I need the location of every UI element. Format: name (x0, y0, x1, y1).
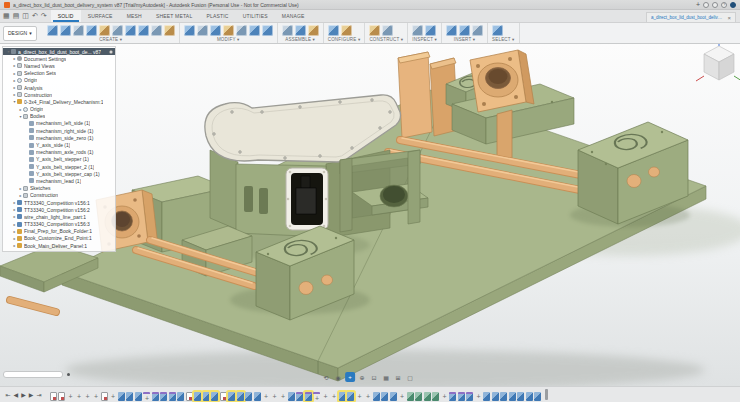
timeline-sketch-feature[interactable] (58, 392, 65, 401)
browser-tree-row[interactable]: ▸Analysis (3, 84, 115, 91)
timeline-end-marker[interactable] (545, 389, 548, 400)
coil-icon[interactable] (112, 25, 123, 36)
step-back-icon[interactable]: ◀ (12, 390, 20, 400)
timeline-joint-feature[interactable] (364, 392, 371, 401)
construct-plane-icon[interactable] (369, 25, 380, 36)
browser-tree-row[interactable]: ▾Bodies (3, 113, 115, 120)
create-sketch-icon[interactable] (60, 25, 71, 36)
file-menu-icon[interactable]: ▤ (13, 12, 20, 20)
box-icon[interactable] (73, 25, 84, 36)
ribbon-group-label-select[interactable]: SELECT ▾ (492, 37, 515, 42)
timeline-component-feature[interactable] (407, 392, 414, 401)
workspace-tab-utilities[interactable]: UTILITIES (236, 10, 275, 22)
offset-face-icon[interactable] (236, 25, 247, 36)
timeline-solid-feature[interactable] (237, 392, 244, 401)
timeline-solid-feature[interactable] (509, 392, 516, 401)
timeline-solid-feature[interactable] (483, 392, 490, 401)
combine-icon[interactable] (223, 25, 234, 36)
new-component-icon[interactable] (47, 25, 58, 36)
timeline-solid-feature[interactable] (381, 392, 388, 401)
browser-tree-row[interactable]: ▸Origin (3, 77, 115, 84)
timeline-sketch-feature[interactable] (50, 392, 57, 401)
timeline-solid-feature[interactable] (160, 392, 167, 401)
timeline-joint-feature[interactable] (398, 392, 405, 401)
timeline-joint-feature[interactable] (441, 392, 448, 401)
viewports-icon[interactable]: ▢ (405, 372, 415, 382)
browser-root-node[interactable]: ▾a_direct_box_lid_dust_boot_de... v87 (3, 48, 115, 55)
browser-tree-row[interactable]: ▸Sketches (3, 185, 115, 192)
browser-tree-row[interactable]: Y_axis_belt_stepper (1) (3, 156, 115, 163)
browser-tree-row[interactable]: ▸Origin (3, 106, 115, 113)
thicken-icon[interactable] (164, 25, 175, 36)
servo-window[interactable] (286, 168, 328, 230)
timeline-joint-feature[interactable] (330, 392, 337, 401)
fillet-icon[interactable] (197, 25, 208, 36)
ribbon-group-label-modify[interactable]: MODIFY ▾ (184, 37, 273, 42)
mirror-icon[interactable] (151, 25, 162, 36)
play-icon[interactable]: ▶ (20, 390, 28, 400)
pattern-icon[interactable] (138, 25, 149, 36)
ribbon-group-label-inspect[interactable]: INSPECT ▾ (412, 37, 437, 42)
configuration-table-icon[interactable] (341, 25, 352, 36)
joint-icon[interactable] (282, 25, 293, 36)
timeline-solid-feature[interactable] (517, 392, 524, 401)
extensions-icon[interactable] (703, 2, 709, 8)
section-analysis-icon[interactable] (425, 25, 436, 36)
timeline-joint-feature[interactable] (143, 392, 150, 401)
look-at-icon[interactable]: ◉ (333, 372, 343, 382)
rigid-group-icon[interactable] (308, 25, 319, 36)
browser-tree-row[interactable]: ▸TT33340_Competition v156:1 (3, 199, 115, 206)
visibility-eye-icon[interactable] (109, 50, 113, 54)
ribbon-group-label-assemble[interactable]: ASSEMBLE ▾ (282, 37, 319, 42)
workspace-tab-surface[interactable]: SURFACE (81, 10, 120, 22)
timeline-solid-feature[interactable] (466, 392, 473, 401)
sphere-icon[interactable] (99, 25, 110, 36)
workspace-tab-manage[interactable]: MANAGE (275, 10, 312, 22)
timeline-component-feature[interactable] (424, 392, 431, 401)
go-to-end-icon[interactable]: ⇥ (35, 390, 43, 400)
save-icon[interactable]: ◫ (22, 12, 29, 20)
step-forward-icon[interactable]: ▶ (27, 390, 35, 400)
workspace-tab-mesh[interactable]: MESH (120, 10, 149, 22)
timeline-joint-feature[interactable] (92, 392, 99, 401)
configuration-icon[interactable] (328, 25, 339, 36)
timeline-joint-feature[interactable] (475, 392, 482, 401)
browser-tree-row[interactable]: ▸TT33340_Competition v156:2 (3, 206, 115, 213)
fit-icon[interactable]: ⊡ (369, 372, 379, 382)
grid-snaps-icon[interactable]: ⊞ (393, 372, 403, 382)
timeline-solid-feature[interactable] (347, 392, 354, 401)
decal-icon[interactable] (459, 25, 470, 36)
timeline-joint-feature[interactable] (109, 392, 116, 401)
as-built-joint-icon[interactable] (295, 25, 306, 36)
split-body-icon[interactable] (249, 25, 260, 36)
timeline-solid-feature[interactable] (449, 392, 456, 401)
document-tab[interactable]: a_direct_box_lid_dust_boot_delivery_syst… (646, 12, 736, 22)
timeline-joint-feature[interactable] (84, 392, 91, 401)
timeline-component-feature[interactable] (432, 392, 439, 401)
timeline-sketch-feature[interactable] (186, 392, 193, 401)
timeline-joint-feature[interactable] (75, 392, 82, 401)
go-to-start-icon[interactable]: ⇤ (4, 390, 12, 400)
ribbon-group-label-construct[interactable]: CONSTRUCT ▾ (369, 37, 403, 42)
browser-tree-row[interactable]: mechanism_lead (1) (3, 177, 115, 184)
model-viewport[interactable]: ▾a_direct_box_lid_dust_boot_de... v87▸Do… (0, 44, 740, 386)
timeline-solid-feature[interactable] (390, 392, 397, 401)
timeline-solid-feature[interactable] (126, 392, 133, 401)
browser-tree-row[interactable]: Y_axis_belt_stepper_2 (1) (3, 163, 115, 170)
add-document-tab-icon[interactable]: + (696, 2, 700, 8)
timeline-solid-feature[interactable] (194, 392, 201, 401)
data-panel-icon[interactable]: ▦ (3, 12, 10, 20)
job-status-icon[interactable] (712, 2, 718, 8)
timeline-solid-feature[interactable] (458, 392, 465, 401)
help-icon[interactable]: ? (721, 2, 727, 8)
viewcube[interactable] (696, 44, 740, 81)
browser-tree-row[interactable]: ▸TT33340_Competition v156:3 (3, 221, 115, 228)
workspace-tab-solid[interactable]: SOLID (51, 10, 81, 22)
shell-icon[interactable] (210, 25, 221, 36)
browser-tree-row[interactable]: mechanism_axle_rods (1) (3, 149, 115, 156)
timeline-joint-feature[interactable] (322, 392, 329, 401)
ribbon-group-label-configure[interactable]: CONFIGURE ▾ (328, 37, 361, 42)
timeline-joint-feature[interactable] (271, 392, 278, 401)
timeline-sketch-feature[interactable] (101, 392, 108, 401)
browser-tree-row[interactable]: mechanism_right_side (1) (3, 127, 115, 134)
